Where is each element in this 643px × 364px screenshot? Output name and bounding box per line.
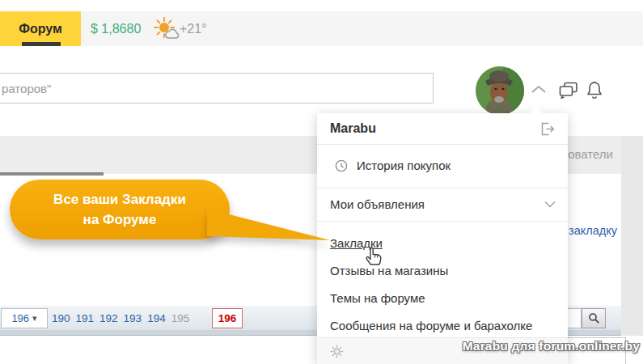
page-links: 190 191 192 193 194 195 bbox=[52, 308, 189, 328]
magnifier-icon bbox=[588, 312, 600, 324]
chevron-up-icon[interactable] bbox=[531, 84, 547, 94]
dropdown-pointer bbox=[529, 106, 544, 114]
divider bbox=[317, 221, 568, 222]
forum-tabs-active-underline bbox=[0, 172, 104, 176]
menu-item-shop-reviews[interactable]: Отзывы на магазины bbox=[317, 260, 568, 282]
notifications-bell-icon[interactable] bbox=[586, 80, 603, 101]
page-link[interactable]: 193 bbox=[124, 312, 142, 324]
menu-item-label: История покупок bbox=[357, 154, 451, 177]
username: Marabu bbox=[330, 121, 376, 136]
search-input[interactable]: раторов" bbox=[0, 73, 434, 104]
page-link[interactable]: 192 bbox=[99, 312, 118, 324]
menu-item-label: Отзывы на магазины bbox=[330, 264, 448, 277]
tooltip-line1: Все ваши Закладки bbox=[53, 189, 186, 210]
page-link[interactable]: 191 bbox=[76, 312, 95, 324]
tab-forum[interactable]: Форум bbox=[0, 11, 81, 46]
select-caret-icon: ▾ bbox=[32, 313, 37, 324]
page-select-value: 196 bbox=[11, 312, 29, 324]
hand-cursor-icon bbox=[364, 243, 383, 266]
bookmark-link-fragment[interactable]: закладку bbox=[569, 224, 617, 237]
avatar[interactable] bbox=[476, 66, 524, 115]
page-link[interactable]: 194 bbox=[147, 312, 166, 324]
watermark: Marabu для forum.onliner.by bbox=[463, 339, 640, 353]
menu-item-label: Темы на форуме bbox=[330, 291, 425, 305]
messages-icon[interactable] bbox=[558, 81, 578, 100]
clock-icon bbox=[335, 159, 348, 172]
page-link-muted[interactable]: 195 bbox=[171, 312, 190, 324]
page-right-gutter bbox=[621, 136, 643, 336]
tooltip-bubble-tail bbox=[202, 202, 333, 244]
tooltip-bubble: Все ваши Закладки на Форуме bbox=[10, 180, 230, 239]
tooltip-line2: на Форуме bbox=[83, 210, 157, 230]
temperature: +21° bbox=[180, 11, 207, 46]
menu-item-my-ads[interactable]: Мои объявления bbox=[317, 188, 568, 221]
menu-item-bookmarks[interactable]: Закладки bbox=[317, 232, 568, 255]
menu-item-forum-topics[interactable]: Темы на форуме bbox=[317, 287, 568, 310]
user-dropdown-menu: Marabu История покупок Мои объявления bbox=[317, 113, 568, 364]
menu-item-forum-messages[interactable]: Сообщения на форуме и барахолке bbox=[317, 315, 568, 337]
menu-item-label: Сообщения на форуме и барахолке bbox=[330, 319, 532, 332]
gear-icon[interactable] bbox=[330, 345, 344, 358]
tab-forum-active-indicator bbox=[22, 42, 61, 46]
page: Форум $ 1,8680 +21° раторов" bbox=[0, 0, 643, 364]
page-link[interactable]: 190 bbox=[52, 312, 70, 324]
weather-sun-cloud-icon[interactable] bbox=[152, 16, 181, 42]
logout-icon[interactable] bbox=[539, 121, 555, 137]
dropdown-header: Marabu bbox=[317, 113, 568, 144]
currency-rate[interactable]: $ 1,8680 bbox=[91, 11, 141, 46]
menu-item-label: Мои объявления bbox=[330, 193, 425, 216]
current-page-badge: 196 bbox=[212, 308, 243, 328]
page-search-button[interactable] bbox=[582, 308, 606, 328]
page-select[interactable]: 196 ▾ bbox=[1, 308, 48, 328]
search-input-value: раторов" bbox=[2, 82, 51, 95]
chevron-down-icon bbox=[544, 201, 556, 208]
menu-item-purchase-history[interactable]: История покупок bbox=[317, 144, 568, 188]
